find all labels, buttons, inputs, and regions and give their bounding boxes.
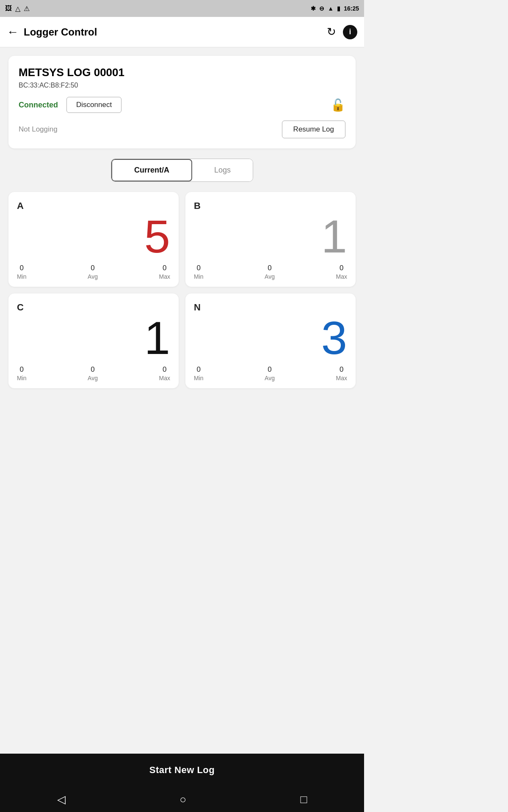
metric-n-min-val: 0: [197, 365, 201, 374]
metric-b-avg: 0 Avg: [265, 264, 275, 280]
status-icons-right: ✱ ⊖ ▲ ▮ 16:25: [311, 5, 359, 12]
circle-minus-icon: ⊖: [319, 5, 324, 12]
metric-a-avg-val: 0: [91, 264, 94, 272]
metric-a-min-lbl: Min: [17, 273, 27, 280]
nav-recents-icon[interactable]: □: [301, 793, 307, 806]
disconnect-button[interactable]: Disconnect: [66, 97, 121, 113]
metric-n-avg-val: 0: [268, 365, 271, 374]
metric-n-avg: 0 Avg: [265, 365, 275, 381]
metric-a-avg-lbl: Avg: [88, 273, 98, 280]
metric-c-value: 1: [144, 315, 170, 361]
metric-c-max-val: 0: [163, 365, 166, 374]
metric-a-avg: 0 Avg: [88, 264, 98, 280]
main-content: METSYS LOG 00001 BC:33:AC:B8:F2:50 Conne…: [0, 47, 364, 754]
metric-a-min: 0 Min: [17, 264, 27, 280]
metric-n-stats: 0 Min 0 Avg 0 Max: [194, 365, 347, 381]
tabs-wrapper: Current/A Logs: [111, 159, 253, 182]
resume-log-button[interactable]: Resume Log: [282, 121, 345, 138]
metric-card-a: A 5 0 Min 0 Avg 0 Max: [8, 192, 179, 287]
drive-icon: △: [15, 5, 20, 13]
metric-c-avg-val: 0: [91, 365, 94, 374]
status-icons-left: 🖼 △ ⚠: [5, 5, 30, 13]
back-button[interactable]: ←: [7, 25, 19, 39]
metric-a-value: 5: [144, 213, 170, 260]
metric-b-max-lbl: Max: [336, 273, 347, 280]
metrics-grid: A 5 0 Min 0 Avg 0 Max B: [8, 192, 356, 388]
metric-n-min-lbl: Min: [194, 375, 204, 381]
metric-b-avg-lbl: Avg: [265, 273, 275, 280]
metric-card-n: N 3 0 Min 0 Avg 0 Max: [185, 294, 356, 388]
nav-back-icon[interactable]: ◁: [57, 793, 66, 806]
metric-c-min: 0 Min: [17, 365, 27, 381]
metric-b-min: 0 Min: [194, 264, 204, 280]
wifi-icon: ▲: [328, 5, 334, 12]
metric-a-min-val: 0: [20, 264, 24, 272]
metric-a-max: 0 Max: [159, 264, 170, 280]
page-title: Logger Control: [24, 26, 97, 38]
info-button[interactable]: i: [343, 25, 357, 39]
not-logging-label: Not Logging: [19, 125, 58, 134]
warning-icon: ⚠: [24, 5, 30, 13]
tab-current[interactable]: Current/A: [111, 159, 192, 181]
metric-b-max-val: 0: [340, 264, 343, 272]
metric-a-max-lbl: Max: [159, 273, 170, 280]
metric-a-stats: 0 Min 0 Avg 0 Max: [17, 264, 170, 280]
metric-c-min-val: 0: [20, 365, 24, 374]
metric-n-avg-lbl: Avg: [265, 375, 275, 381]
metric-b-min-lbl: Min: [194, 273, 204, 280]
device-status-row: Connected Disconnect 🔓: [19, 97, 345, 113]
metric-c-value-wrap: 1: [17, 315, 170, 361]
device-mac: BC:33:AC:B8:F2:50: [19, 82, 345, 89]
photo-icon: 🖼: [5, 5, 12, 12]
device-name: METSYS LOG 00001: [19, 66, 345, 79]
nav-home-icon[interactable]: ○: [179, 793, 186, 806]
battery-icon: ▮: [337, 5, 340, 12]
metric-c-avg: 0 Avg: [88, 365, 98, 381]
connected-label: Connected: [19, 101, 58, 110]
metric-b-min-val: 0: [197, 264, 201, 272]
status-bar: 🖼 △ ⚠ ✱ ⊖ ▲ ▮ 16:25: [0, 0, 364, 17]
metric-b-value: 1: [321, 213, 347, 260]
metric-c-max-lbl: Max: [159, 375, 170, 381]
metric-b-value-wrap: 1: [194, 213, 347, 260]
logging-row: Not Logging Resume Log: [19, 121, 345, 138]
device-card: METSYS LOG 00001 BC:33:AC:B8:F2:50 Conne…: [8, 56, 356, 148]
metric-b-max: 0 Max: [336, 264, 347, 280]
metric-n-value: 3: [321, 315, 347, 361]
metric-c-min-lbl: Min: [17, 375, 27, 381]
metric-card-c: C 1 0 Min 0 Avg 0 Max: [8, 294, 179, 388]
app-bar: ← Logger Control ↻ i: [0, 17, 364, 47]
metric-c-avg-lbl: Avg: [88, 375, 98, 381]
app-bar-actions: ↻ i: [327, 25, 357, 39]
metric-card-b: B 1 0 Min 0 Avg 0 Max: [185, 192, 356, 287]
metric-n-max-lbl: Max: [336, 375, 347, 381]
metric-n-min: 0 Min: [194, 365, 204, 381]
nav-bar: ◁ ○ □: [0, 787, 364, 812]
tab-logs[interactable]: Logs: [192, 159, 253, 181]
metric-a-max-val: 0: [163, 264, 166, 272]
start-new-log-button[interactable]: Start New Log: [0, 754, 364, 787]
bluetooth-icon: ✱: [311, 5, 316, 12]
tabs-container: Current/A Logs: [8, 159, 356, 182]
status-time: 16:25: [344, 5, 359, 12]
lock-icon: 🔓: [331, 98, 345, 112]
metric-b-avg-val: 0: [268, 264, 271, 272]
metric-n-max-val: 0: [340, 365, 343, 374]
metric-a-value-wrap: 5: [17, 213, 170, 260]
metric-n-max: 0 Max: [336, 365, 347, 381]
metric-c-max: 0 Max: [159, 365, 170, 381]
metric-n-value-wrap: 3: [194, 315, 347, 361]
refresh-button[interactable]: ↻: [327, 25, 336, 38]
metric-b-stats: 0 Min 0 Avg 0 Max: [194, 264, 347, 280]
metric-c-stats: 0 Min 0 Avg 0 Max: [17, 365, 170, 381]
app-bar-left: ← Logger Control: [7, 25, 97, 39]
